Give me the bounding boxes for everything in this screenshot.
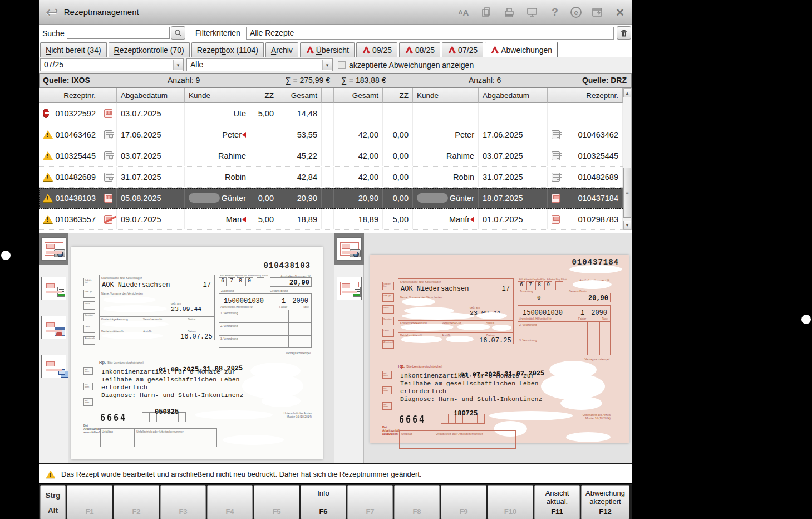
table-header: Rezeptnr. Abgabedatum Kunde ZZ Gesamt Ge…: [39, 88, 623, 103]
fkey-f8[interactable]: F8: [394, 485, 440, 519]
type-dropdown[interactable]: Alle ▾: [186, 58, 333, 71]
tab-rezeptbox[interactable]: Rezeptbox (1104): [191, 42, 264, 57]
accepted-deviations-label: akzeptierte Abweichungen anzeigen: [349, 61, 474, 70]
month-dropdown[interactable]: 07/25 ▾: [40, 58, 184, 71]
search-button[interactable]: [171, 26, 185, 40]
copies-icon: [58, 369, 65, 375]
fkey-f10[interactable]: F10: [488, 485, 533, 519]
window-title: Rezeptmanagement: [64, 7, 139, 17]
faktor-value: 1: [580, 309, 584, 317]
col-gesamt-left[interactable]: Gesamt: [278, 88, 322, 103]
camera-icon: [54, 249, 65, 257]
rezept-type-icon: [552, 151, 560, 160]
titlebar: ↩ Rezeptmanagement AA ? e ✕: [39, 0, 632, 25]
fkey-f7[interactable]: F7: [347, 485, 393, 519]
tab-rezeptkontrolle[interactable]: Rezeptkontrolle (70): [109, 42, 190, 57]
insurer-name: AOK Niedersachsen: [401, 285, 469, 293]
accepted-deviations-checkbox[interactable]: [338, 61, 346, 69]
truncation-marker-icon: [470, 217, 474, 222]
chevron-down-icon[interactable]: ▾: [173, 60, 183, 70]
fkey-f5[interactable]: F5: [254, 485, 299, 519]
scan-view-button[interactable]: [41, 237, 66, 261]
tab-09-25[interactable]: 09/25: [356, 42, 397, 57]
issue-date: 16.07.25: [180, 333, 213, 341]
close-icon[interactable]: ✕: [613, 5, 627, 19]
tab-archiv[interactable]: Archiv: [265, 42, 298, 57]
fkey-f4[interactable]: F4: [207, 485, 253, 519]
print-image-view-button[interactable]: [41, 277, 66, 300]
notice-bar: Das Rezept wurde bearbeitet und anschlie…: [39, 463, 632, 483]
tab-nicht-bereit[interactable]: Nicht bereit (34): [40, 42, 107, 57]
taxe-value: 2090: [292, 297, 308, 305]
fkey-f12[interactable]: Abweichung akzeptiertF12: [581, 485, 629, 519]
copy-icon[interactable]: [479, 5, 494, 19]
scroll-up-icon[interactable]: ▲: [623, 89, 631, 97]
col-zz-left[interactable]: ZZ: [250, 88, 278, 103]
print-icon[interactable]: [502, 5, 516, 19]
tab-08-25[interactable]: 08/25: [399, 42, 440, 57]
arz-logo-icon: [405, 46, 413, 54]
col-status: [39, 88, 53, 103]
status-icon: [43, 109, 49, 118]
col-kunde-left[interactable]: Kunde: [185, 88, 250, 103]
rezept-type-icon: [552, 215, 560, 224]
col-rezeptnr-right[interactable]: Rezeptnr.: [564, 88, 623, 103]
fkey-f6[interactable]: InfoF6: [301, 485, 346, 519]
col-kunde-right[interactable]: Kunde: [413, 88, 479, 103]
window-switch-icon[interactable]: [590, 5, 604, 19]
modifier-key: Strg Alt: [40, 485, 66, 519]
muster16-form-right: Gebühr frei Geb.-pfl. noctu Sonstige Unf…: [382, 277, 611, 451]
rezept-type-icon: [104, 173, 112, 182]
col-abgabedatum-right[interactable]: Abgabedatum: [479, 88, 548, 103]
camera-icon: [350, 249, 361, 257]
monitor-icon[interactable]: [525, 5, 539, 19]
print-image-view-button[interactable]: [337, 277, 362, 300]
table-row[interactable]: 010325445 03.07.2025 Rahime 45,22 42,00 …: [39, 145, 623, 167]
form-code: 6664: [100, 412, 127, 424]
filterkriterien-label: Filterkriterien: [195, 28, 240, 37]
report-icon: [353, 287, 361, 297]
e-icon[interactable]: e: [570, 7, 582, 18]
issue-date: 16.07.25: [479, 337, 511, 345]
tab-abweichungen[interactable]: Abweichungen: [485, 42, 558, 57]
font-size-icon[interactable]: AA: [456, 5, 471, 19]
med-line: erforderlich: [400, 388, 542, 395]
scan-image-right[interactable]: 010437184 Gebühr frei Geb.-pfl. noctu So…: [370, 255, 629, 443]
rezept-type-icon: [552, 130, 560, 139]
help-icon[interactable]: ?: [548, 5, 562, 19]
arz-logo-icon: [306, 46, 314, 54]
tab-07-25[interactable]: 07/25: [442, 42, 483, 57]
rezept-type-icon: [104, 194, 112, 203]
journal-view-button[interactable]: [41, 316, 66, 339]
filter-criteria-field[interactable]: Alle Rezepte: [246, 27, 614, 40]
scan-image-left[interactable]: 010438103 Gebühr frei Geb.-pfl. noctu So…: [71, 247, 323, 459]
copies-view-button[interactable]: [41, 355, 66, 378]
table-row-selected[interactable]: 010438103 05.08.2025 Günter 0,00 20,90 2…: [39, 188, 623, 209]
table-row[interactable]: 010322592 03.07.2025 Ute 5,00 14,48: [39, 103, 623, 124]
insurer-code: 17: [502, 285, 510, 293]
tab-uebersicht[interactable]: Übersicht: [300, 42, 355, 57]
scroll-down-icon[interactable]: ▼: [623, 221, 631, 229]
fkey-f3[interactable]: F3: [160, 485, 206, 519]
fkey-f9[interactable]: F9: [441, 485, 486, 519]
table-row[interactable]: 010482689 31.07.2025 Robin 42,84 42,00 0…: [39, 167, 623, 188]
med-line: erforderlich: [101, 384, 243, 391]
table-row[interactable]: 010363557 09.07.2025 Man 5,00 18,89 18,8…: [39, 209, 623, 230]
scan-view-button[interactable]: [337, 237, 362, 261]
col-gap: [322, 88, 334, 103]
table-row[interactable]: 010463462 17.06.2025 Peter 53,55 42,00 0…: [39, 124, 623, 145]
trash-button[interactable]: [617, 26, 631, 40]
scrollbar-thumb[interactable]: ≡: [623, 168, 631, 218]
col-abgabedatum-left[interactable]: Abgabedatum: [117, 88, 185, 103]
col-gesamt-right[interactable]: Gesamt: [334, 88, 383, 103]
tab-bar: Nicht bereit (34) Rezeptkontrolle (70) R…: [39, 42, 632, 57]
fkey-f1[interactable]: F1: [67, 485, 112, 519]
table-scrollbar[interactable]: ▲ ≡ ▼: [623, 88, 632, 230]
fkey-f2[interactable]: F2: [114, 485, 159, 519]
zuzahlung-value: 0: [537, 295, 541, 301]
chevron-down-icon[interactable]: ▾: [322, 60, 332, 70]
col-rezeptnr-left[interactable]: Rezeptnr.: [53, 88, 100, 103]
search-input[interactable]: [67, 27, 170, 39]
fkey-f11[interactable]: Ansicht aktual.F11: [534, 485, 580, 519]
col-zz-right[interactable]: ZZ: [383, 88, 413, 103]
